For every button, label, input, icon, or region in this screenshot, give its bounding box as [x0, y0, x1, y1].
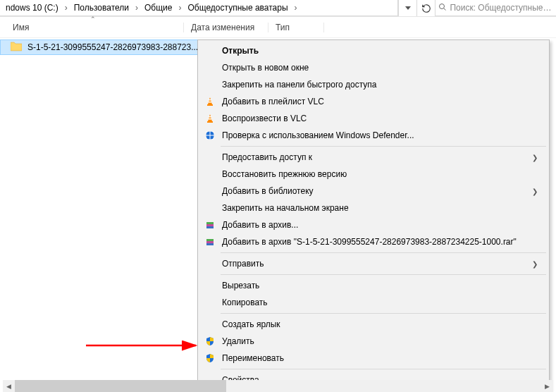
svg-rect-12	[206, 224, 214, 226]
menu-pin-quick-access[interactable]: Закрепить на панели быстрого доступа	[199, 76, 548, 93]
sort-asc-icon: ⌃	[90, 16, 96, 23]
menu-copy[interactable]: Копировать	[199, 294, 548, 311]
vlc-icon	[202, 112, 218, 125]
menu-delete[interactable]: Удалить	[199, 333, 548, 350]
menu-restore-version[interactable]: Восстановить прежнюю версию	[199, 166, 548, 183]
column-name[interactable]: ⌃ Имя	[13, 23, 183, 32]
search-placeholder: Поиск: Общедоступные ава...	[450, 3, 553, 13]
menu-open[interactable]: Открыть	[199, 42, 548, 59]
history-dropdown-button[interactable]	[398, 0, 416, 16]
menu-create-shortcut[interactable]: Создать ярлык	[199, 316, 548, 333]
winrar-icon	[202, 219, 218, 231]
svg-rect-15	[206, 239, 214, 241]
chevron-right-icon[interactable]: ›	[63, 3, 70, 13]
menu-add-library[interactable]: Добавить в библиотеку ❯	[199, 183, 548, 200]
chevron-right-icon: ❯	[532, 260, 542, 268]
chevron-right-icon[interactable]: ›	[292, 3, 299, 13]
winrar-icon	[202, 235, 218, 248]
scroll-left-button[interactable]: ◀	[3, 380, 15, 392]
menu-vlc-play[interactable]: Воспроизвести в VLC	[199, 110, 548, 127]
svg-rect-5	[207, 121, 213, 123]
menu-defender-scan[interactable]: Проверка с использованием Windows Defend…	[199, 127, 548, 144]
scroll-thumb[interactable]	[15, 380, 226, 392]
horizontal-scrollbar[interactable]: ◀ ▶	[3, 380, 553, 392]
breadcrumb[interactable]: ndows 10 (C:) › Пользователи › Общие › О…	[0, 0, 398, 16]
column-headers: ⌃ Имя Дата изменения Тип	[0, 17, 556, 38]
menu-open-new-window[interactable]: Открыть в новом окне	[199, 59, 548, 76]
scroll-track[interactable]	[15, 380, 541, 392]
menu-share[interactable]: Предоставить доступ к ❯	[199, 149, 548, 166]
annotation-arrow	[85, 338, 204, 360]
address-bar-row: ndows 10 (C:) › Пользователи › Общие › О…	[0, 0, 556, 17]
search-icon	[438, 3, 447, 13]
address-actions	[398, 0, 435, 16]
chevron-right-icon[interactable]: ›	[133, 3, 140, 13]
menu-pin-start[interactable]: Закрепить на начальном экране	[199, 200, 548, 216]
menu-separator	[221, 369, 546, 369]
svg-rect-2	[207, 104, 213, 106]
refresh-button[interactable]	[416, 0, 435, 16]
search-input[interactable]: Поиск: Общедоступные ава...	[435, 0, 556, 16]
svg-rect-7	[209, 118, 212, 120]
menu-rar-add-named[interactable]: Добавить в архив "S-1-5-21-3099555247-28…	[199, 233, 548, 250]
breadcrumb-item[interactable]: Общедоступные аватары	[184, 3, 292, 13]
menu-cut[interactable]: Вырезать	[199, 277, 548, 294]
column-date[interactable]: Дата изменения	[183, 23, 268, 32]
shield-icon	[202, 335, 218, 348]
defender-icon	[202, 129, 218, 142]
svg-rect-6	[209, 116, 211, 118]
breadcrumb-item[interactable]: ndows 10 (C:)	[1, 3, 63, 13]
svg-rect-17	[206, 243, 214, 245]
chevron-right-icon: ❯	[532, 188, 542, 195]
svg-rect-11	[206, 222, 214, 224]
chevron-right-icon[interactable]: ›	[177, 3, 184, 13]
chevron-right-icon: ❯	[532, 154, 542, 161]
breadcrumb-item[interactable]: Общие	[140, 3, 176, 13]
menu-send-to[interactable]: Отправить ❯	[199, 255, 548, 272]
menu-separator	[221, 252, 546, 253]
context-menu: Открыть Открыть в новом окне Закрепить н…	[197, 39, 550, 391]
menu-separator	[221, 313, 546, 314]
svg-rect-3	[209, 99, 211, 101]
shield-icon	[202, 352, 218, 365]
menu-rename[interactable]: Переименовать	[199, 350, 548, 367]
svg-rect-13	[206, 226, 214, 228]
svg-rect-4	[209, 102, 212, 103]
vlc-icon	[202, 95, 218, 108]
menu-separator	[221, 274, 546, 275]
breadcrumb-item[interactable]: Пользователи	[70, 3, 133, 13]
column-type[interactable]: Тип	[268, 23, 324, 32]
menu-rar-add[interactable]: Добавить в архив...	[199, 216, 548, 233]
svg-point-0	[440, 4, 445, 8]
scroll-right-button[interactable]: ▶	[541, 380, 553, 392]
folder-icon	[11, 42, 23, 53]
menu-separator	[221, 146, 546, 147]
svg-rect-16	[206, 241, 214, 243]
menu-vlc-add[interactable]: Добавить в плейлист VLC	[199, 93, 548, 110]
svg-line-1	[444, 8, 446, 10]
